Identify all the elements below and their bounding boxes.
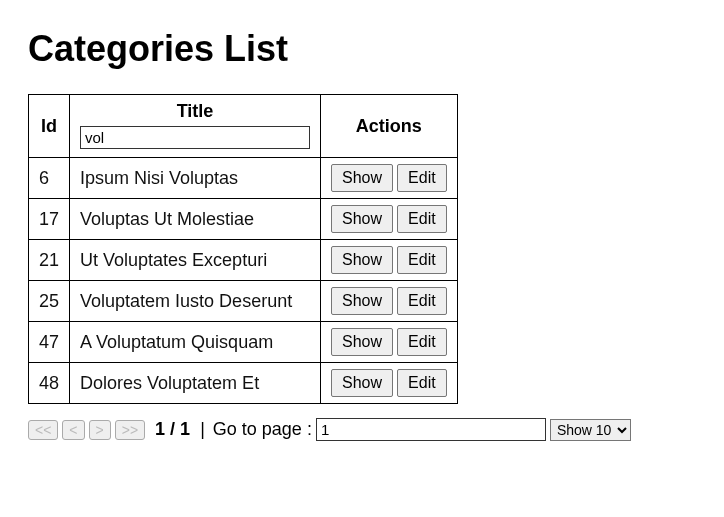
show-button[interactable]: Show — [331, 164, 393, 192]
cell-id: 6 — [29, 158, 70, 199]
cell-actions: ShowEdit — [321, 240, 458, 281]
cell-title: Dolores Voluptatem Et — [70, 363, 321, 404]
edit-button[interactable]: Edit — [397, 328, 447, 356]
pager-separator: | — [200, 419, 205, 440]
categories-table: Id Title Actions 6Ipsum Nisi VoluptasSho… — [28, 94, 458, 404]
cell-actions: ShowEdit — [321, 322, 458, 363]
table-row: 47A Voluptatum QuisquamShowEdit — [29, 322, 458, 363]
cell-id: 25 — [29, 281, 70, 322]
show-button[interactable]: Show — [331, 287, 393, 315]
cell-title: Voluptas Ut Molestiae — [70, 199, 321, 240]
show-button[interactable]: Show — [331, 328, 393, 356]
cell-actions: ShowEdit — [321, 363, 458, 404]
cell-id: 21 — [29, 240, 70, 281]
table-row: 17Voluptas Ut MolestiaeShowEdit — [29, 199, 458, 240]
pager: << < > >> 1 / 1 | Go to page : Show 10 — [28, 418, 696, 441]
cell-actions: ShowEdit — [321, 158, 458, 199]
go-to-page-label: Go to page : — [213, 419, 312, 440]
show-button[interactable]: Show — [331, 205, 393, 233]
header-title: Title — [70, 95, 321, 158]
edit-button[interactable]: Edit — [397, 164, 447, 192]
cell-id: 17 — [29, 199, 70, 240]
table-row: 48Dolores Voluptatem EtShowEdit — [29, 363, 458, 404]
pager-prev-button[interactable]: < — [62, 420, 84, 440]
pager-first-button[interactable]: << — [28, 420, 58, 440]
cell-id: 48 — [29, 363, 70, 404]
page-input[interactable] — [316, 418, 546, 441]
edit-button[interactable]: Edit — [397, 246, 447, 274]
cell-title: Voluptatem Iusto Deserunt — [70, 281, 321, 322]
pager-last-button[interactable]: >> — [115, 420, 145, 440]
page-indicator: 1 / 1 — [155, 419, 190, 440]
cell-id: 47 — [29, 322, 70, 363]
edit-button[interactable]: Edit — [397, 205, 447, 233]
edit-button[interactable]: Edit — [397, 369, 447, 397]
header-title-label: Title — [177, 101, 214, 121]
title-filter-input[interactable] — [80, 126, 310, 149]
show-button[interactable]: Show — [331, 369, 393, 397]
cell-title: A Voluptatum Quisquam — [70, 322, 321, 363]
cell-actions: ShowEdit — [321, 199, 458, 240]
table-header-row: Id Title Actions — [29, 95, 458, 158]
show-button[interactable]: Show — [331, 246, 393, 274]
cell-title: Ut Voluptates Excepturi — [70, 240, 321, 281]
header-actions: Actions — [321, 95, 458, 158]
page-title: Categories List — [28, 28, 696, 70]
cell-actions: ShowEdit — [321, 281, 458, 322]
table-row: 25Voluptatem Iusto DeseruntShowEdit — [29, 281, 458, 322]
edit-button[interactable]: Edit — [397, 287, 447, 315]
pager-next-button[interactable]: > — [89, 420, 111, 440]
cell-title: Ipsum Nisi Voluptas — [70, 158, 321, 199]
table-row: 21Ut Voluptates ExcepturiShowEdit — [29, 240, 458, 281]
header-id: Id — [29, 95, 70, 158]
page-size-select[interactable]: Show 10 — [550, 419, 631, 441]
table-row: 6Ipsum Nisi VoluptasShowEdit — [29, 158, 458, 199]
